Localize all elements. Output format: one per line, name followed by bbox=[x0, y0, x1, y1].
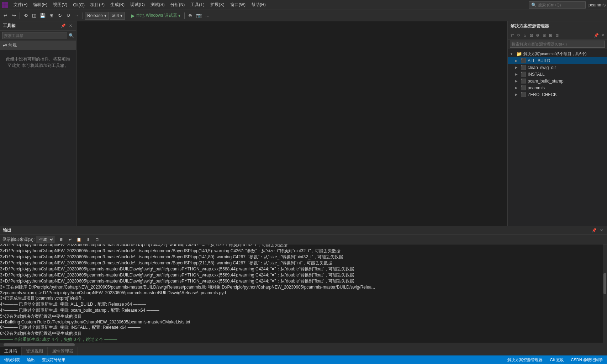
solution-root-item[interactable]: ▾ 📁 解决方案'pcammls'(6个项目，共6个) bbox=[508, 51, 607, 57]
output-line: 4>Building Custom Rule D:/Percipio/pytho… bbox=[0, 320, 603, 325]
output-scrollbar-h-thumb[interactable] bbox=[4, 343, 75, 346]
platform-dropdown[interactable]: x64 ▾ bbox=[110, 12, 125, 20]
output-wrap-btn[interactable]: ↵ bbox=[66, 236, 74, 243]
menu-view[interactable]: 视图(V) bbox=[50, 0, 70, 10]
se-settings-btn[interactable]: ⚙ bbox=[535, 32, 540, 38]
toolbox-empty-message: 此组中没有可用的控件。将某项拖至此文 本可将其添加到工具箱。 bbox=[0, 50, 76, 74]
search-box[interactable]: 🔍 bbox=[529, 1, 586, 9]
toolbar-forward-btn[interactable]: ↪ bbox=[10, 12, 18, 20]
zero-check-label: ZERO_CHECK bbox=[528, 92, 557, 97]
output-clear-btn[interactable]: 🗑 bbox=[57, 236, 65, 243]
toolbox-search-input[interactable] bbox=[2, 32, 67, 39]
output-pin-btn[interactable]: 📌 bbox=[591, 228, 597, 233]
project-pcammls[interactable]: ▶ ⬛ pcammls bbox=[508, 84, 607, 91]
toolbox-close-icon[interactable]: ✕ bbox=[68, 23, 73, 29]
menu-test[interactable]: 测试(S) bbox=[148, 0, 168, 10]
project-all-build[interactable]: ▶ ⬛ ALL_BUILD bbox=[508, 57, 607, 64]
project-install[interactable]: ▶ ⬛ INSTALL bbox=[508, 71, 607, 78]
toolbox-panel: 工具箱 📌 ✕ 🔍 ▾ ▾ 常规 此组中没有可用的控件。将某项拖至此文 本可将其… bbox=[0, 21, 76, 226]
zero-check-icon: ⬛ bbox=[521, 92, 526, 97]
status-errorlist[interactable]: 错误列表 bbox=[3, 357, 21, 363]
se-filter2-btn[interactable]: ⊟ bbox=[541, 32, 547, 38]
status-output[interactable]: 输出 bbox=[26, 357, 36, 363]
solution-explorer-search-input[interactable] bbox=[510, 41, 605, 48]
menu-window[interactable]: 窗口(W) bbox=[227, 0, 248, 10]
menu-file[interactable]: 文件(F) bbox=[11, 0, 30, 10]
toolbox-group-general[interactable]: ▾ ▾ 常规 bbox=[0, 41, 76, 50]
se-pin-btn[interactable]: 📌 bbox=[593, 32, 599, 38]
output-scrollbar-v[interactable] bbox=[603, 244, 607, 343]
output-content-area: 3>D:\Percipio\python\CsharpNEW_20230605\… bbox=[0, 244, 607, 343]
se-filter-btn[interactable]: ⊡ bbox=[528, 32, 534, 38]
project-zero-check[interactable]: ▶ ⬛ ZERO_CHECK bbox=[508, 91, 607, 98]
output-scrollbar-thumb[interactable] bbox=[603, 273, 606, 294]
se-expand-btn[interactable]: ⊠ bbox=[554, 32, 560, 38]
output-text[interactable]: 3>D:\Percipio\python\CsharpNEW_20230605\… bbox=[0, 244, 603, 343]
project-clean-swig[interactable]: ▶ ⬛ clean_swig_dir bbox=[508, 64, 607, 71]
search-input[interactable] bbox=[538, 3, 581, 7]
output-copy-btn[interactable]: 📋 bbox=[75, 236, 83, 243]
status-solution-explorer[interactable]: 解决方案资源管理器 bbox=[506, 357, 544, 363]
toolbar-redo-btn[interactable]: → bbox=[73, 12, 81, 20]
pcammls-expand-icon: ▶ bbox=[515, 86, 519, 90]
menu-tools[interactable]: 工具(T) bbox=[188, 0, 207, 10]
toolbar-camera-btn[interactable]: 📷 bbox=[195, 12, 203, 20]
menu-help[interactable]: 帮助(H) bbox=[248, 0, 269, 10]
toolbar-back-btn[interactable]: ↩ bbox=[1, 12, 9, 20]
toolbox-pin-icon[interactable]: 📌 bbox=[60, 23, 66, 29]
toolbox-group-label: ▾ 常规 bbox=[5, 42, 17, 48]
run-button[interactable]: ▶ 本地 Windows 调试器 ▾ bbox=[129, 12, 182, 20]
output-filter-btn[interactable]: ⊡ bbox=[93, 236, 101, 243]
install-label: INSTALL bbox=[528, 72, 545, 77]
toolbar-attach-btn[interactable]: ⊕ bbox=[186, 12, 194, 20]
clean-swig-icon: ⬛ bbox=[521, 65, 526, 70]
configuration-dropdown[interactable]: Release ▾ bbox=[85, 12, 109, 20]
menu-debug[interactable]: 调试(D) bbox=[127, 0, 148, 10]
status-find-symbol[interactable]: 查找符号结果 bbox=[41, 357, 67, 363]
menu-analyze[interactable]: 分析(N) bbox=[168, 0, 188, 10]
install-expand-icon: ▶ bbox=[515, 72, 519, 76]
toolbox-search-area: 🔍 bbox=[0, 31, 76, 41]
toolbar-undo-btn[interactable]: ↺ bbox=[64, 12, 72, 20]
toolbar-saveall-btn[interactable]: ⊞ bbox=[47, 12, 55, 20]
toolbar-btn-2[interactable]: ◫ bbox=[30, 12, 38, 20]
toolbar-save-btn[interactable]: 💾 bbox=[39, 12, 47, 20]
bottom-tab-toolbox[interactable]: 工具箱 bbox=[0, 347, 22, 355]
app-logo bbox=[1, 1, 9, 9]
se-sync-btn[interactable]: ⇄ bbox=[509, 32, 515, 38]
output-scroll-btn[interactable]: ⬇ bbox=[84, 236, 92, 243]
se-close-btn[interactable]: ✕ bbox=[600, 32, 606, 38]
status-right: 解决方案资源管理器 Git 更改 CSDN @晓纪同学 bbox=[506, 357, 604, 363]
bottom-tab-resources[interactable]: 资源视图 bbox=[22, 347, 48, 355]
output-line: 4>——— 已跳过全部重新生成: 项目: pcam_build_stamp，配置… bbox=[0, 307, 603, 313]
menu-git[interactable]: Git(G) bbox=[70, 0, 88, 10]
output-title: 输出 bbox=[3, 227, 11, 233]
toolbar-btn-1[interactable]: ⟲ bbox=[22, 12, 30, 20]
output-source-select[interactable]: 生成 bbox=[36, 236, 54, 243]
output-line: 6>——— 已跳过全部重新生成: 项目: INSTALL，配置: Release… bbox=[0, 325, 603, 331]
menu-edit[interactable]: 编辑(E) bbox=[30, 0, 50, 10]
pcam-stamp-label: pcam_build_stamp bbox=[528, 79, 564, 84]
clean-swig-expand-icon: ▶ bbox=[515, 65, 519, 69]
user-label: pcammls bbox=[588, 2, 606, 7]
status-git-changes[interactable]: Git 更改 bbox=[548, 357, 565, 363]
project-pcam-build-stamp[interactable]: ▶ ⬛ pcam_build_stamp bbox=[508, 78, 607, 84]
se-collapse-btn[interactable]: ⊞ bbox=[548, 32, 553, 38]
toolbar-more-btn[interactable]: … bbox=[204, 12, 211, 20]
menu-project[interactable]: 项目(P) bbox=[88, 0, 107, 10]
status-bar: 错误列表 输出 查找符号结果 解决方案资源管理器 Git 更改 CSDN @晓纪… bbox=[0, 355, 607, 364]
se-home-btn[interactable]: ⌂ bbox=[522, 32, 528, 38]
pcammls-icon: ⬛ bbox=[521, 85, 526, 90]
menu-build[interactable]: 生成(B) bbox=[107, 0, 127, 10]
output-source-label: 显示输出来源(S): bbox=[2, 237, 35, 243]
solution-explorer-tree: ▾ 📁 解决方案'pcammls'(6个项目，共6个) ▶ ⬛ ALL_BUIL… bbox=[508, 49, 607, 226]
pcam-stamp-expand-icon: ▶ bbox=[515, 79, 519, 83]
output-scrollbar-h[interactable] bbox=[0, 343, 607, 347]
output-close-btn[interactable]: ✕ bbox=[598, 228, 604, 233]
toolbar-btn-3[interactable]: ↻ bbox=[56, 12, 64, 20]
bottom-tab-properties[interactable]: 属性管理器 bbox=[48, 347, 78, 355]
zero-check-expand-icon: ▶ bbox=[515, 93, 519, 96]
menu-bar: 文件(F) 编辑(E) 视图(V) Git(G) 项目(P) 生成(B) 调试(… bbox=[0, 0, 607, 10]
menu-extensions[interactable]: 扩展(X) bbox=[207, 0, 227, 10]
se-refresh-btn[interactable]: ↻ bbox=[516, 32, 521, 38]
